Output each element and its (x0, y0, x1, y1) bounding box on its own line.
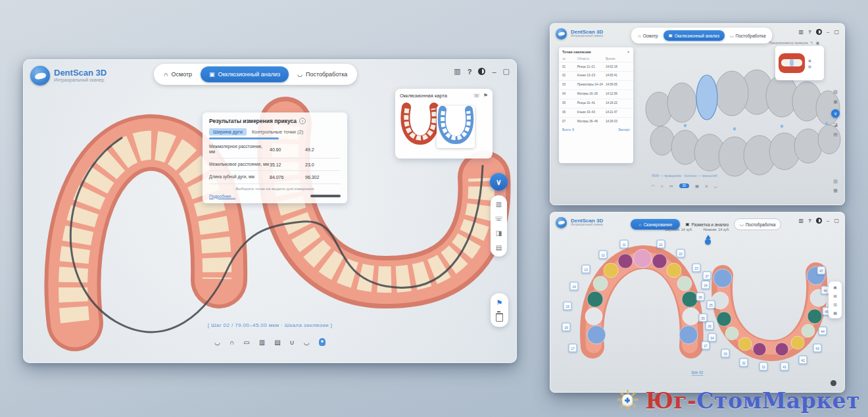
table-title: Точки окклюзии (562, 50, 591, 54)
segmentation-tool-button[interactable]: ▤ (833, 293, 837, 298)
tooth-number-chip[interactable]: 34 (708, 333, 717, 342)
lower-tooth-chips: 3736353433323141424344454647 (550, 212, 844, 392)
measurement-hint: Выберите точки на модели для измерения (209, 187, 341, 191)
table-header: № Область Время (559, 56, 633, 62)
measurement-popup: Результаты измерения прикуса i Ширина ду… (203, 112, 347, 203)
columns-tool-button[interactable]: ▥ (833, 179, 838, 184)
popup-tab-arch-width[interactable]: Ширина дуги (209, 128, 247, 135)
view-mode-button[interactable]: ∩ (229, 339, 234, 346)
tooth-icon-button[interactable] (319, 338, 326, 346)
segmentation-window: DentScan 3D Интраоральный сканер ∩ Скани… (550, 212, 845, 393)
tooth-number-chip[interactable]: 33 (721, 349, 730, 358)
trash-button[interactable] (496, 313, 503, 322)
filter-icon[interactable]: ▼ (627, 50, 630, 54)
side-tool-button[interactable]: ☏ (494, 215, 503, 222)
view-mode-button[interactable]: ◡ (304, 339, 310, 346)
cell-name: Клыки 13–23 (577, 74, 606, 78)
measurement-value-2: 23.0 (305, 162, 341, 167)
grid-icon[interactable]: ▦ (808, 64, 811, 68)
measurement-row: Длина зубной дуги, мм 84.076 96.302 (209, 171, 341, 184)
watermark: ☀ Юг-СтомМаркет (612, 385, 860, 416)
tooth-number-chip[interactable]: 31 (760, 362, 768, 371)
monitor-icon[interactable]: ▣ (808, 59, 811, 62)
upper-arch-thumbnail[interactable] (400, 102, 441, 145)
phone-icon[interactable]: ☏ (473, 93, 480, 99)
scale-bar (310, 195, 341, 197)
export-link[interactable]: Экспорт (618, 128, 630, 132)
table-row[interactable]: 02 Клыки 13–23 14:05:41 (559, 71, 633, 80)
view-mode-button[interactable]: ▥ (259, 339, 265, 346)
watermark-prefix: Юг- (645, 388, 696, 414)
viewport-hint-text: ЛКМ — вращение · Колесо — масштаб (550, 174, 818, 178)
tooth-number-chip[interactable]: 43 (813, 344, 822, 353)
view-mode-button[interactable]: ▤ (274, 339, 280, 346)
cell-id: 05 (562, 101, 577, 105)
segmentation-tool-button[interactable]: ▣ (833, 285, 837, 289)
cell-id: 01 (562, 65, 577, 69)
table-row[interactable]: 05 Резцы 31–41 14:18:22 (559, 99, 633, 108)
cell-time: 14:02:18 (606, 65, 630, 69)
measurement-value-1: 84.076 (270, 175, 305, 180)
segmentation-tool-button[interactable]: ▦ (833, 310, 837, 315)
tooth-number-chip[interactable]: 47 (817, 266, 826, 275)
bite-preview-image (777, 51, 806, 76)
pin-button[interactable]: ⚑ (496, 299, 503, 307)
view-toggle-button[interactable]: ◠ (651, 184, 654, 188)
popup-tab-points[interactable]: Контрольные точки (2) (252, 129, 303, 135)
view-toggle-button[interactable]: 3D (679, 184, 690, 188)
secondary-tools-rail: ▥ ▦ (830, 176, 841, 196)
measurement-label: Длина зубной дуги, мм (209, 174, 270, 180)
cell-time: 14:12:56 (606, 92, 630, 96)
jaw-toggle-button[interactable]: ∨ (490, 173, 508, 191)
view-toggle-button[interactable]: ▤ (695, 184, 699, 188)
grid-tool-button[interactable]: ▦ (833, 188, 838, 193)
info-icon[interactable]: i (299, 118, 306, 124)
cell-id: 07 (562, 120, 577, 124)
segmentation-tools-rail: ▣▤▥▦ (829, 282, 842, 318)
table-row[interactable]: 06 Клыки 33–43 14:21:47 (559, 108, 633, 117)
cell-name: Моляры 36–46 (577, 120, 606, 124)
half-tool-button[interactable]: ◪ (833, 122, 838, 128)
tooth-number-chip[interactable]: 41 (781, 362, 789, 371)
details-link[interactable]: Подробнее… (209, 194, 235, 199)
pin-icon[interactable]: ⚑ (483, 93, 488, 99)
view-toggle-button[interactable]: ∪ (705, 184, 708, 188)
tooth-number-chip[interactable]: 32 (740, 358, 748, 367)
view-mode-button[interactable]: ∪ (290, 339, 295, 346)
tooth-number-chip[interactable]: 42 (799, 356, 808, 364)
view-mode-button[interactable]: ◡ (214, 339, 220, 346)
active-tool-button[interactable]: ∨ (831, 109, 840, 118)
table-row[interactable]: 01 Резцы 11–21 14:02:18 (559, 62, 633, 71)
view-toggle-button[interactable]: ◡ (713, 184, 717, 188)
step-link[interactable]: Шаг 02 (692, 370, 704, 376)
table-row[interactable]: 07 Моляры 36–46 14:26:03 (559, 117, 633, 126)
chevron-down-icon: ∨ (834, 111, 837, 116)
view-toggle-button[interactable]: ∩ (661, 184, 663, 188)
measurement-row: Межклыковое расстояние, мм 35.12 23.0 (209, 159, 341, 171)
table-row[interactable]: 04 Моляры 16–26 14:12:56 (559, 89, 633, 99)
measurement-value-2: 96.302 (305, 175, 341, 180)
cell-id: 02 (562, 74, 577, 78)
tooth-number-chip[interactable]: 36 (696, 293, 705, 301)
view-mode-button[interactable]: ▭ (243, 339, 249, 346)
tooth-number-chip[interactable]: 37 (703, 272, 711, 280)
measurement-popup-title: Результаты измерения прикуса i (209, 118, 341, 124)
occlusion-points-table: Точки окклюзии ▼ № Область Время 01 Резц… (559, 47, 633, 163)
viewport-status-text: [ Шаг 02 / 79.00–45.00 мкм · Шкала окклю… (24, 322, 516, 328)
lower-arch-thumbnail-card[interactable] (437, 106, 475, 148)
tooth-number-chip[interactable]: 35 (699, 314, 708, 322)
segmentation-tool-button[interactable]: ▥ (833, 302, 837, 307)
side-tool-button[interactable]: ◨ (496, 230, 502, 237)
monitor-tool-button[interactable]: ▣ (833, 99, 838, 105)
side-tool-button[interactable]: ▤ (496, 244, 502, 251)
table-row[interactable]: 03 Премоляры 14–24 14:09:05 (559, 80, 633, 89)
bite-preview-card[interactable]: ▣ ▦ (775, 46, 824, 80)
panel-tool-button[interactable]: ▤ (833, 132, 838, 137)
occlusion-window: DentScan 3D Интраоральный сканер ∩ Осмот… (550, 23, 845, 205)
shade-tool-button[interactable]: ▧ (833, 89, 838, 95)
cell-name: Премоляры 14–24 (577, 83, 606, 87)
measurement-table: Межмолярное расстояние, мм 40.60 49.2 Ме… (209, 141, 341, 184)
tooth-number-chip[interactable]: 44 (819, 327, 827, 335)
side-tool-button[interactable]: ▥ (496, 201, 502, 208)
view-toggle-button[interactable]: ▭ (669, 184, 673, 188)
